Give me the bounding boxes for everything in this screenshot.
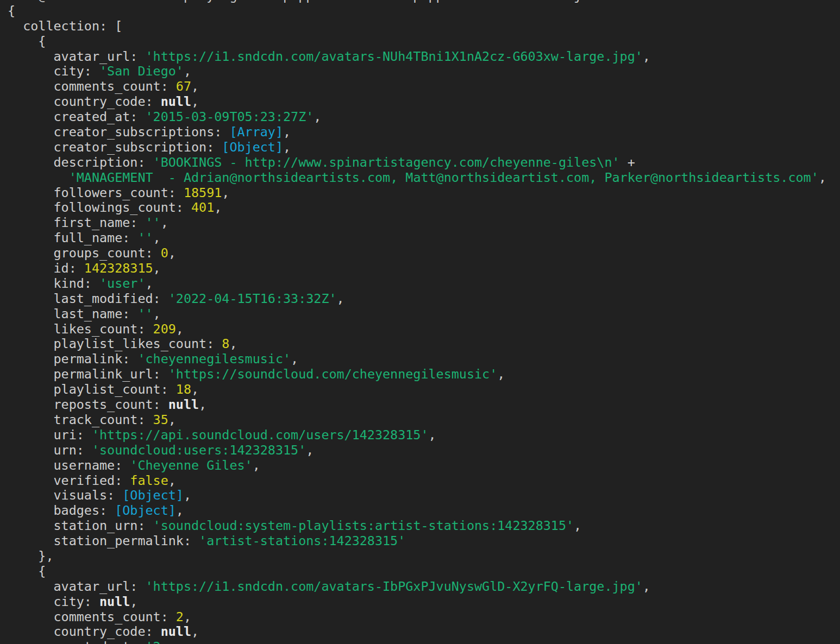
token-plain: kind: (8, 276, 99, 291)
token-plain: , (306, 443, 314, 458)
token-plain: user@Users-MacBook-Pro playing-with-pupp… (8, 0, 589, 3)
token-plain: , (574, 518, 581, 533)
token-plain: followers_count: (8, 185, 184, 200)
terminal-line: country_code: null, (8, 94, 840, 110)
token-plain: , (199, 397, 206, 412)
terminal-line: comments_count: 2, (8, 610, 840, 625)
token-plain: uri: (8, 427, 92, 443)
terminal-line: playlist_likes_count: 8, (8, 337, 840, 352)
token-string: '' (145, 215, 160, 230)
token-plain: full_name: (8, 230, 137, 245)
token-plain: , (314, 109, 321, 124)
token-number: 67 (176, 79, 191, 94)
token-plain: , (153, 261, 161, 276)
token-plain: , (184, 609, 191, 624)
token-plain: , (168, 473, 176, 488)
token-plain: , (191, 624, 199, 639)
token-plain: creator_subscriptions: (8, 124, 229, 140)
terminal-line: comments_count: 67, (8, 79, 840, 94)
terminal-line: followers_count: 18591, (8, 186, 840, 201)
terminal-line: station_urn: 'soundcloud:system-playlist… (8, 519, 840, 534)
token-plain: id: (8, 261, 84, 276)
token-plain: , (191, 382, 199, 397)
token-plain: { (8, 564, 46, 579)
token-plain: , (819, 170, 826, 185)
token-plain: , (176, 321, 184, 337)
token-plain: followings_count: (8, 200, 191, 215)
token-object-ref: [Object] (115, 503, 176, 518)
token-plain: , (184, 488, 191, 503)
token-string: 'https://api.soundcloud.com/users/142328… (92, 427, 429, 443)
token-plain: station_urn: (8, 518, 153, 533)
terminal-line: city: 'San Diego', (8, 64, 840, 79)
terminal-line: avatar_url: 'https://i1.sndcdn.com/avata… (8, 49, 840, 65)
terminal-line: full_name: '', (8, 231, 840, 246)
terminal-line: { (8, 564, 840, 579)
token-plain: , (643, 579, 650, 594)
terminal-line: creator_subscriptions: [Array], (8, 125, 840, 140)
token-null: null (168, 397, 199, 412)
terminal-line: created_at: '2015-03-09T05:23:27Z', (8, 110, 840, 125)
token-string: 'soundcloud:users:142328315' (92, 443, 306, 458)
token-plain: created_at: (8, 639, 145, 644)
token-plain: created_at: (8, 109, 145, 124)
terminal-line: followings_count: 401, (8, 200, 840, 216)
token-plain: , (222, 185, 229, 200)
token-null: null (161, 94, 191, 109)
terminal-line: badges: [Object], (8, 503, 840, 519)
token-number: 209 (153, 321, 176, 337)
token-string: '2022-04-15T16:33:32Z' (168, 291, 337, 306)
token-plain: groups_count: (8, 245, 161, 261)
token-plain: , (229, 336, 237, 351)
token-plain: description: (8, 155, 153, 170)
token-number: 18591 (184, 185, 222, 200)
token-plain: city: (8, 64, 99, 79)
token-number: 0 (161, 245, 168, 261)
token-plain: permalink: (8, 351, 137, 367)
terminal-line: username: 'Cheyenne Giles', (8, 458, 840, 473)
terminal-line: station_permalink: 'artist-stations:1423… (8, 534, 840, 549)
terminal-line: description: 'BOOKINGS - http://www.spin… (8, 155, 840, 171)
token-plain: last_name: (8, 306, 137, 321)
token-plain: comments_count: (8, 79, 176, 94)
token-plain: , (643, 49, 650, 64)
token-string: '' (137, 230, 153, 245)
terminal-line: urn: 'soundcloud:users:142328315', (8, 443, 840, 458)
token-plain: , (253, 458, 260, 473)
token-plain: verified: (8, 473, 130, 488)
terminal-line: { (8, 34, 840, 49)
terminal-line: visuals: [Object], (8, 488, 840, 503)
token-string: 'https://i1.sndcdn.com/avatars-IbPGxPJvu… (145, 579, 642, 594)
token-plain: station_permalink: (8, 533, 199, 548)
token-plain: , (191, 94, 199, 109)
token-plain: country_code: (8, 624, 161, 639)
token-plain: track_count: (8, 412, 153, 427)
token-plain: , (130, 594, 137, 609)
token-plain: , (176, 503, 184, 518)
terminal-line: reposts_count: null, (8, 397, 840, 413)
token-plain: , (497, 367, 505, 382)
token-plain: , (337, 291, 344, 306)
token-plain: visuals: (8, 488, 122, 503)
token-plain: , (283, 124, 291, 140)
token-plain: username: (8, 458, 130, 473)
terminal-line: { (8, 4, 840, 19)
token-plain: reposts_count: (8, 397, 168, 412)
terminal-line: created_at: '2 (8, 640, 840, 644)
token-plain: first_name: (8, 215, 145, 230)
token-string: 'Cheyenne Giles' (130, 458, 252, 473)
terminal-line: last_name: '', (8, 307, 840, 322)
terminal-line: id: 142328315, (8, 261, 840, 276)
terminal-line: verified: false, (8, 473, 840, 489)
terminal-line: first_name: '', (8, 216, 840, 231)
token-plain: , (168, 245, 176, 261)
token-string: '2015-03-09T05:23:27Z' (145, 109, 314, 124)
token-plain: + (620, 155, 635, 170)
token-object-ref: [Object] (122, 488, 184, 503)
token-plain: { (8, 3, 15, 18)
terminal-line: avatar_url: 'https://i1.sndcdn.com/avata… (8, 579, 840, 595)
terminal-line: 'MANAGEMENT - Adrian@northsideartists.co… (8, 171, 840, 186)
token-string: 'https://i1.sndcdn.com/avatars-NUh4TBni1… (145, 49, 642, 64)
terminal-line: permalink: 'cheyennegilesmusic', (8, 352, 840, 367)
token-plain: { (8, 34, 46, 49)
